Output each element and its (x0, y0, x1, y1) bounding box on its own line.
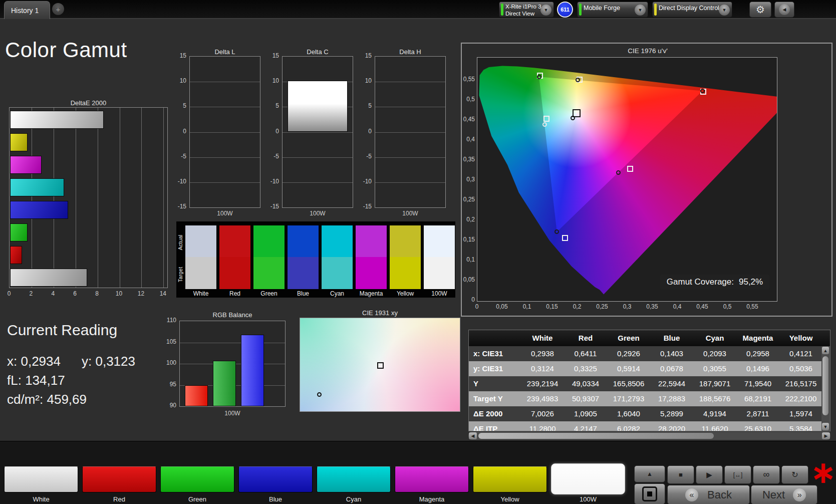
patch-button-blue[interactable] (238, 466, 313, 492)
delta-y-tick: -15 (354, 203, 372, 210)
table-cell: 4,2147 (564, 421, 607, 431)
delta-x-label: 100W (282, 210, 353, 217)
next-button[interactable]: Next » (751, 485, 817, 504)
table-row: ΔE 20007,00261,09051,60405,28994,91942,8… (469, 406, 830, 421)
cie1931-measured-marker (317, 392, 322, 397)
play-button[interactable]: ▶ (696, 465, 723, 484)
row-label: Y (469, 376, 521, 391)
cie-y-tick: 0,4 (462, 136, 475, 143)
loop-button[interactable]: ↻ (781, 465, 808, 484)
rgb-balance-title: RGB Balance (179, 311, 286, 319)
patch-button-green[interactable] (160, 466, 234, 492)
interval-icon: [↔] (733, 471, 743, 478)
rgb-gridline (180, 343, 285, 343)
deltae-bar-100w (10, 111, 104, 129)
continuous-read-button[interactable]: ∞ (753, 465, 780, 484)
cie-x-tick: 0,1 (517, 303, 537, 310)
table-horizontal-scrollbar[interactable]: ◀ ▶ (468, 432, 830, 440)
cie-y-tick: 0,3 (462, 176, 475, 183)
swatch-column-label: Cyan (322, 290, 353, 297)
cie1931-title: CIE 1931 xy (300, 309, 460, 317)
measured-marker-red (700, 89, 705, 93)
source-dropdown[interactable]: Mobile Forge ▼ (577, 2, 648, 18)
settings-gear-button[interactable]: ⚙ (749, 2, 771, 18)
table-cell: 7,0026 (521, 406, 564, 421)
row-label: y: CIE31 (469, 361, 521, 376)
nits-value: 459,69 (47, 392, 87, 407)
window-icon (642, 486, 657, 501)
deltae-bar-magenta (10, 156, 42, 174)
patch-button-white[interactable] (4, 466, 78, 492)
add-tab-button[interactable]: + (52, 3, 64, 15)
table-cell: 0,2093 (693, 346, 736, 361)
scroll-left-button[interactable]: ◀ (469, 432, 477, 439)
table-cell: 6,0282 (607, 421, 650, 431)
chevron-down-icon[interactable]: ▼ (635, 5, 646, 16)
measured-marker-green (537, 75, 541, 79)
scroll-down-button[interactable]: ▼ (822, 423, 829, 430)
table-cell: 239,4983 (521, 391, 564, 406)
stop-button[interactable]: ■ (667, 465, 694, 484)
scroll-right-button[interactable]: ▶ (822, 432, 830, 439)
deltae-gridline (54, 108, 54, 288)
patch-list-up-button[interactable]: ▲ (634, 465, 665, 482)
table-row: Y239,219449,0334165,850622,5944187,90717… (469, 376, 830, 391)
workflow-name: Direct Display Control (659, 5, 719, 12)
cie-y-tick: 0,5 (462, 96, 475, 103)
table-vertical-scrollbar[interactable]: ▲▼ (821, 346, 830, 431)
cie-x-tick: 0,3 (617, 303, 637, 310)
meter-dropdown[interactable]: X-Rite i1Pro 3 Direct View ▼ (499, 2, 554, 18)
column-header-magenta: Magenta (736, 330, 779, 346)
horizontal-scroll-thumb[interactable] (478, 433, 714, 439)
patch-button-yellow[interactable] (473, 466, 547, 492)
x-label: x: (7, 354, 17, 369)
deltae-gridline (32, 108, 32, 288)
target-row-label: Target (177, 261, 183, 289)
back-button[interactable]: « Back (667, 485, 750, 504)
chevron-down-icon[interactable]: ▼ (540, 5, 551, 16)
deltae-gridline (98, 108, 98, 288)
actual-row-label: Actual (177, 228, 183, 257)
tab-history-1[interactable]: History 1 (4, 1, 50, 19)
column-header-green: Green (607, 330, 650, 346)
column-header-blue: Blue (650, 330, 693, 346)
collapse-panel-button[interactable]: ◀ (774, 2, 794, 18)
deltae2000-chart-title: DeltaE 2000 (9, 99, 168, 107)
vertical-scroll-thumb[interactable] (822, 356, 828, 415)
rgb-y-tick: 95 (159, 381, 176, 388)
table-cell: 0,5914 (607, 361, 650, 376)
cie1931-target-marker (377, 362, 384, 369)
window-size-button[interactable] (634, 483, 665, 504)
patch-button-red[interactable] (82, 466, 156, 492)
patch-label-red: Red (82, 495, 156, 503)
target-swatch-100w (424, 257, 455, 289)
workflow-dropdown[interactable]: Direct Display Control ▼ (652, 2, 732, 18)
target-swatch-white (185, 257, 216, 289)
delta-gridline (190, 107, 260, 107)
patch-button-magenta[interactable] (395, 466, 469, 492)
delta-y-tick: 0 (168, 128, 186, 135)
deltae-x-tick: 10 (113, 290, 125, 297)
patch-button-cyan[interactable] (317, 466, 391, 492)
delta-y-tick: 5 (168, 102, 186, 109)
current-reading-y: y: 0,3123 (82, 354, 135, 369)
interval-button[interactable]: [↔] (724, 465, 751, 484)
target-swatch-green (253, 257, 285, 289)
target-marker-magenta (627, 166, 633, 172)
stop-icon: ■ (679, 471, 683, 478)
table-cell: 68,2191 (736, 391, 779, 406)
table-cell: 22,5944 (650, 376, 693, 391)
row-label: x: CIE31 (469, 346, 521, 361)
table-row: x: CIE310,29380,64110,29260,14030,20930,… (469, 346, 830, 361)
patch-button-100w[interactable] (551, 463, 625, 494)
fl-value: 134,17 (25, 373, 65, 388)
scroll-up-button[interactable]: ▲ (822, 347, 829, 354)
delta-y-tick: -5 (261, 153, 279, 160)
table-cell: 0,4121 (779, 346, 822, 361)
cie1931-plot (300, 318, 460, 412)
deltae-x-tick: 12 (135, 290, 147, 297)
table-cell: 0,0678 (650, 361, 693, 376)
chevron-down-icon[interactable]: ▼ (719, 5, 730, 16)
actual-swatch-white (185, 225, 216, 257)
gear-icon: ⚙ (756, 4, 765, 16)
